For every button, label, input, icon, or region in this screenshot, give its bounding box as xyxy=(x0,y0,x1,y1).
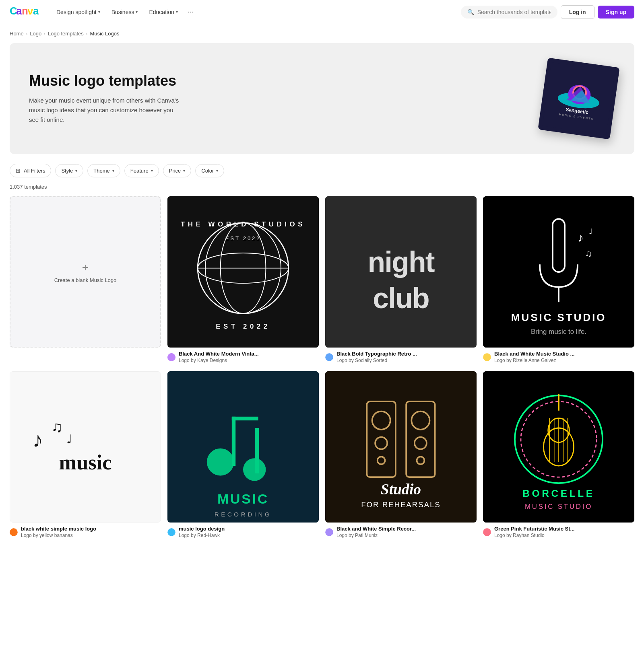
nav-more-button[interactable]: ··· xyxy=(184,4,197,19)
svg-text:night: night xyxy=(367,246,434,278)
svg-rect-47 xyxy=(232,417,258,420)
template-info: black white simple music logo Logo by ye… xyxy=(10,523,161,540)
nav-business[interactable]: Business ▾ xyxy=(107,6,143,19)
navbar: C a n v a Design spotlight ▾ Business ▾ … xyxy=(0,0,644,24)
template-info: Black and White Simple Recor... Logo by … xyxy=(325,523,477,540)
canva-logo[interactable]: C a n v a xyxy=(10,5,42,19)
template-author: Logo by yellow bananas xyxy=(21,533,96,538)
template-thumb: ♪ ♫ ♩ music xyxy=(10,371,161,523)
template-author: Logo by Rizelle Anne Galvez xyxy=(494,358,574,363)
svg-rect-48 xyxy=(255,428,259,473)
template-info: Black And White Modern Vinta... Logo by … xyxy=(167,348,319,365)
feature-filter[interactable]: Feature ▾ xyxy=(124,164,159,177)
search-icon: 🔍 xyxy=(467,9,474,15)
color-filter[interactable]: Color ▾ xyxy=(195,164,224,177)
avatar xyxy=(325,528,333,536)
chevron-down-icon: ▾ xyxy=(75,169,77,173)
template-thumb: MUSIC RECORDING xyxy=(167,371,319,523)
blank-label: Create a blank Music Logo xyxy=(54,277,117,283)
template-name: music logo design xyxy=(179,526,225,532)
template-info: music logo design Logo by Red-Hawk xyxy=(167,523,319,540)
login-button[interactable]: Log in xyxy=(561,5,594,19)
template-thumb: ♪ ♫ ♩ MUSIC STUDIO Bring music to life. xyxy=(483,196,634,348)
filter-icon: ⊞ xyxy=(16,167,21,174)
svg-point-51 xyxy=(167,528,175,536)
hero-title: Music logo templates xyxy=(29,72,182,89)
all-filters-button[interactable]: ⊞ All Filters xyxy=(10,164,51,177)
chevron-down-icon: ▾ xyxy=(216,169,218,173)
template-card[interactable]: MUSIC RECORDING music logo design Logo b… xyxy=(167,371,319,540)
template-thumb: THE WORLD STUDIOS EST 2022 EST 2022 xyxy=(167,196,319,348)
svg-text:v: v xyxy=(27,5,33,17)
hero-card: Sangeetic MUSIC & EVENTS xyxy=(538,58,619,139)
nav-design-spotlight[interactable]: Design spotlight ▾ xyxy=(52,6,105,19)
nav-links: Design spotlight ▾ Business ▾ Education … xyxy=(52,4,458,19)
template-name: Black Bold Typographic Retro ... xyxy=(336,351,417,357)
blank-template-card[interactable]: + Create a blank Music Logo xyxy=(10,196,161,365)
chevron-down-icon: ▾ xyxy=(112,169,114,173)
results-count: 1,037 templates xyxy=(0,181,644,196)
avatar xyxy=(167,528,175,536)
breadcrumb-logo[interactable]: Logo xyxy=(30,31,41,37)
template-card[interactable]: night club Black Bold Typographic Retro … xyxy=(325,196,477,365)
svg-text:EST 2022: EST 2022 xyxy=(225,235,261,241)
hero-banner: Music logo templates Make your music eve… xyxy=(10,43,634,154)
signup-button[interactable]: Sign up xyxy=(598,6,634,19)
svg-text:♩: ♩ xyxy=(589,227,592,236)
svg-point-63 xyxy=(325,528,333,536)
search-input[interactable] xyxy=(477,9,551,15)
svg-text:MUSIC STUDIO: MUSIC STUDIO xyxy=(511,311,607,323)
template-name: Black and White Music Studio ... xyxy=(494,351,574,357)
template-card[interactable]: THE WORLD STUDIOS EST 2022 EST 2022 Blac… xyxy=(167,196,319,365)
template-info: Black Bold Typographic Retro ... Logo by… xyxy=(325,348,477,365)
template-author: Logo by Kaye Designs xyxy=(179,358,259,363)
svg-text:a: a xyxy=(16,5,22,17)
theme-filter[interactable]: Theme ▾ xyxy=(87,164,120,177)
breadcrumb-home[interactable]: Home xyxy=(10,31,24,37)
breadcrumb-sep: › xyxy=(86,31,88,36)
template-thumb: night club xyxy=(325,196,477,348)
template-thumb: Studio FOR REHEARSALS xyxy=(325,371,477,523)
template-card[interactable]: BORCELLE MUSIC STUDIO Green Pink Futuris… xyxy=(483,371,634,540)
breadcrumb-logo-templates[interactable]: Logo templates xyxy=(48,31,84,37)
avatar xyxy=(10,528,18,536)
svg-text:EST 2022: EST 2022 xyxy=(216,323,270,330)
svg-text:♫: ♫ xyxy=(52,418,63,435)
svg-point-36 xyxy=(483,353,491,361)
template-name: Green Pink Futuristic Music St... xyxy=(494,526,574,532)
svg-text:music: music xyxy=(59,451,112,474)
template-card[interactable]: ♪ ♫ ♩ music black white simple music log… xyxy=(10,371,161,540)
svg-text:MUSIC STUDIO: MUSIC STUDIO xyxy=(525,503,592,510)
template-author: Logo by Socially Sorted xyxy=(336,358,417,363)
avatar xyxy=(483,353,491,361)
style-filter[interactable]: Style ▾ xyxy=(55,164,83,177)
template-info: Black and White Music Studio ... Logo by… xyxy=(483,348,634,365)
template-card[interactable]: ♪ ♫ ♩ MUSIC STUDIO Bring music to life. … xyxy=(483,196,634,365)
chevron-down-icon: ▾ xyxy=(176,10,178,14)
svg-text:♪: ♪ xyxy=(578,231,584,244)
hero-text: Music logo templates Make your music eve… xyxy=(29,72,182,125)
template-author: Logo by Red-Hawk xyxy=(179,533,225,538)
breadcrumb: Home › Logo › Logo templates › Music Log… xyxy=(0,24,644,43)
filters-section: ⊞ All Filters Style ▾ Theme ▾ Feature ▾ … xyxy=(0,154,644,181)
chevron-down-icon: ▾ xyxy=(183,169,185,173)
svg-point-42 xyxy=(10,528,18,536)
svg-point-45 xyxy=(243,458,266,481)
chevron-down-icon: ▾ xyxy=(136,10,138,14)
svg-text:RECORDING: RECORDING xyxy=(215,511,272,518)
hero-description: Make your music event unique from others… xyxy=(29,96,182,125)
avatar xyxy=(167,353,175,361)
breadcrumb-sep: › xyxy=(26,31,28,36)
svg-text:a: a xyxy=(33,5,39,17)
chevron-down-icon: ▾ xyxy=(151,169,153,173)
plus-icon: + xyxy=(82,261,89,274)
template-author: Logo by Pati Muniz xyxy=(336,533,416,538)
template-info: Green Pink Futuristic Music St... Logo b… xyxy=(483,523,634,540)
svg-rect-46 xyxy=(232,417,235,466)
template-card[interactable]: Studio FOR REHEARSALS Black and White Si… xyxy=(325,371,477,540)
blank-thumb: + Create a blank Music Logo xyxy=(10,196,161,348)
search-bar: 🔍 xyxy=(461,6,557,19)
avatar xyxy=(325,353,333,361)
nav-education[interactable]: Education ▾ xyxy=(144,6,182,19)
price-filter[interactable]: Price ▾ xyxy=(163,164,192,177)
